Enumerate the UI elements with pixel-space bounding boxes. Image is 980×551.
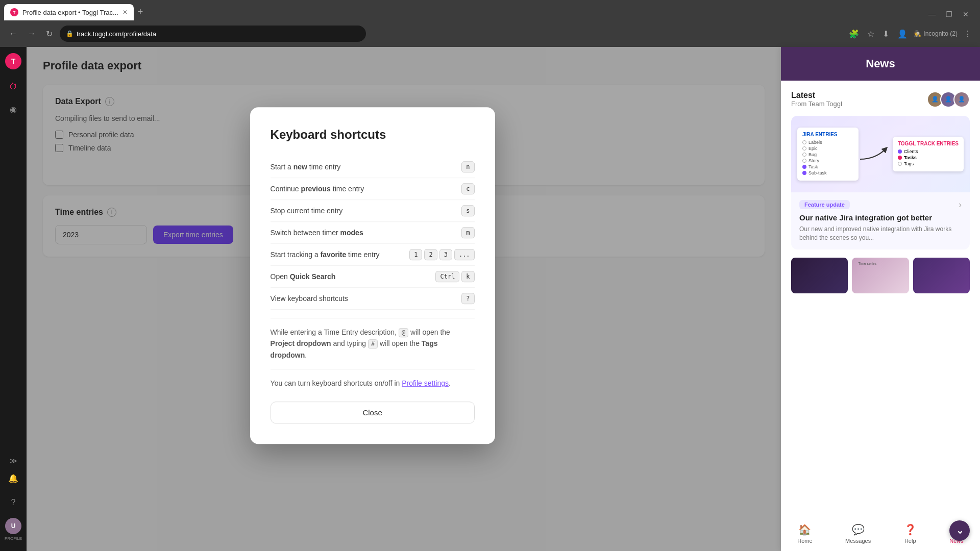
shortcut-new-time-entry-desc: Start a new time entry: [271, 163, 341, 171]
modal-title: Keyboard shortcuts: [271, 128, 475, 142]
avatar-group: 👤 👤 👤: [927, 91, 970, 108]
profile-label: PROFILE: [5, 536, 22, 541]
shortcut-continue-keys: c: [461, 183, 474, 194]
kbd-k: k: [461, 271, 474, 282]
extensions-button[interactable]: 🧩: [847, 27, 861, 41]
thumbnails-row: Time series: [791, 258, 970, 293]
chevron-down-icon: ⌄: [956, 525, 964, 536]
menu-button[interactable]: ⋮: [962, 27, 974, 41]
shortcut-view-desc: View keyboard shortcuts: [271, 294, 348, 303]
nav-item-help[interactable]: ❓ Help: [898, 520, 923, 547]
shortcut-favorite-keys: 1 2 3 ...: [409, 249, 474, 260]
messages-icon: 💬: [852, 523, 865, 536]
profile-button[interactable]: 👤: [895, 27, 910, 41]
shortcut-favorite-desc: Start tracking a favorite time entry: [271, 251, 380, 259]
divider-2: [271, 369, 475, 369]
shortcut-new-time-entry-keys: n: [461, 161, 474, 172]
maximize-button[interactable]: ❐: [943, 8, 955, 20]
latest-text-group: Latest From Team Toggl: [791, 91, 842, 108]
kbd-hash: #: [368, 340, 378, 349]
incognito-count: Incognito (2): [923, 30, 958, 37]
browser-chrome: T Profile data export • Toggl Trac... ✕ …: [0, 0, 980, 47]
arrow-connector: [859, 144, 893, 164]
url-input[interactable]: [77, 30, 360, 38]
from-text: From Team Toggl: [791, 100, 842, 108]
shortcut-stop-time-entry: Stop current time entry s: [271, 200, 475, 222]
shortcut-favorite-entry: Start tracking a favorite time entry 1 2…: [271, 244, 475, 266]
download-button[interactable]: ⬇: [880, 27, 891, 41]
sidebar-item-analytics[interactable]: ◉: [4, 100, 22, 118]
nav-item-messages[interactable]: 💬 Messages: [839, 520, 877, 547]
kbd-ellipsis: ...: [454, 249, 475, 260]
shortcut-continue-desc: Continue previous time entry: [271, 185, 364, 193]
thumbnail-3[interactable]: [913, 258, 970, 293]
kbd-at: @: [399, 328, 408, 337]
bookmark-button[interactable]: ☆: [865, 27, 876, 41]
toggl-mockup: TOGGL TRACK ENTRIES Clients Tasks: [893, 137, 964, 171]
browser-toolbar: ← → ↻ 🔒 🧩 ☆ ⬇ 👤 🕵 Incognito (2) ⋮: [0, 20, 980, 47]
thumbnail-2[interactable]: Time series: [852, 258, 909, 293]
shortcut-quick-search-desc: Open Quick Search: [271, 272, 336, 281]
incognito-badge: 🕵 Incognito (2): [914, 30, 958, 37]
lock-icon: 🔒: [66, 30, 74, 37]
tab-title: Profile data export • Toggl Trac...: [22, 9, 118, 16]
news-panel-header: News: [781, 47, 980, 81]
forward-button[interactable]: →: [24, 27, 39, 40]
shortcut-continue-time-entry: Continue previous time entry c: [271, 178, 475, 200]
feature-card[interactable]: JIRA ENTRIES Labels Epic Bug Story Task …: [791, 116, 970, 249]
back-button[interactable]: ←: [6, 27, 20, 40]
main-layout: T ⏱ ◉ ≫ 🔔 ? U PROFILE Profile data expor…: [0, 47, 980, 551]
kbd-3: 3: [439, 249, 452, 260]
profile-settings-link[interactable]: Profile settings: [402, 379, 449, 387]
sidebar-notifications-button[interactable]: 🔔: [4, 469, 22, 487]
sidebar-help-button[interactable]: ?: [4, 493, 22, 512]
left-sidebar: T ⏱ ◉ ≫ 🔔 ? U PROFILE: [0, 47, 27, 551]
news-panel-body[interactable]: Latest From Team Toggl 👤 👤 👤: [781, 81, 980, 514]
kbd-question: ?: [461, 293, 474, 304]
home-icon: 🏠: [798, 523, 811, 536]
kbd-1: 1: [409, 249, 422, 260]
user-avatar[interactable]: U: [5, 518, 21, 534]
sidebar-collapse-button[interactable]: ≫: [10, 457, 17, 465]
keyboard-shortcuts-modal: Keyboard shortcuts Start a new time entr…: [250, 107, 495, 444]
latest-section: Latest From Team Toggl 👤 👤 👤: [791, 91, 970, 108]
help-icon: ❓: [904, 523, 917, 536]
shortcut-quick-search: Open Quick Search Ctrl k: [271, 266, 475, 288]
app-logo[interactable]: T: [5, 53, 21, 69]
refresh-button[interactable]: ↻: [43, 27, 56, 41]
thumbnail-2-label: Time series: [852, 258, 909, 269]
sidebar-item-timer[interactable]: ⏱: [4, 78, 22, 96]
thumbnail-1[interactable]: [791, 258, 848, 293]
news-panel-title: News: [793, 57, 968, 70]
new-tab-button[interactable]: +: [134, 5, 148, 19]
divider-1: [271, 318, 475, 318]
minimize-button[interactable]: —: [925, 8, 939, 20]
description-text-2: You can turn keyboard shortcuts on/off i…: [271, 378, 475, 389]
news-panel: News Latest From Team Toggl 👤 👤: [781, 47, 980, 551]
kbd-ctrl: Ctrl: [435, 271, 459, 282]
browser-tabs: T Profile data export • Toggl Trac... ✕ …: [0, 0, 980, 20]
scroll-down-button[interactable]: ⌄: [949, 520, 970, 541]
avatar-3: 👤: [953, 91, 970, 108]
close-window-button[interactable]: ✕: [960, 8, 972, 20]
kbd-c: c: [461, 183, 474, 194]
latest-title: Latest: [791, 91, 842, 100]
feature-title: Our native Jira integration got better: [799, 213, 954, 222]
shortcut-view-shortcuts: View keyboard shortcuts ?: [271, 288, 475, 310]
kbd-n: n: [461, 161, 474, 172]
kbd-s: s: [461, 205, 474, 216]
kbd-2: 2: [424, 249, 437, 260]
shortcut-switch-modes: Switch between timer modes m: [271, 222, 475, 244]
modal-close-button[interactable]: Close: [271, 402, 475, 423]
nav-item-home[interactable]: 🏠 Home: [791, 520, 818, 547]
kbd-m: m: [461, 227, 474, 238]
active-tab[interactable]: T Profile data export • Toggl Trac... ✕: [4, 4, 134, 20]
latest-header: Latest From Team Toggl 👤 👤 👤: [791, 91, 970, 108]
nav-label-help: Help: [904, 538, 916, 544]
nav-label-home: Home: [797, 538, 812, 544]
feature-text: Feature update Our native Jira integrati…: [799, 199, 954, 242]
tab-close-button[interactable]: ✕: [122, 9, 128, 16]
address-bar[interactable]: 🔒: [60, 26, 366, 42]
feature-arrow-icon[interactable]: ›: [959, 199, 962, 210]
feature-content: Feature update Our native Jira integrati…: [791, 192, 970, 249]
